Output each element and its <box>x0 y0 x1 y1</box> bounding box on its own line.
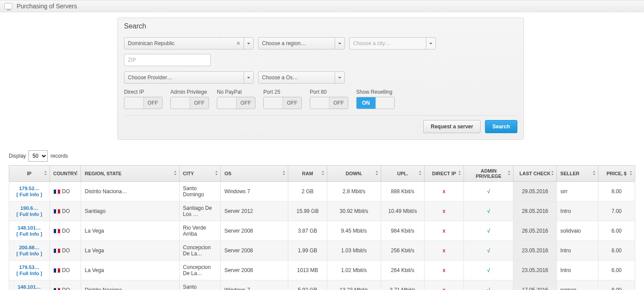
chevron-down-icon[interactable] <box>244 72 253 83</box>
cross-icon: x <box>442 287 446 290</box>
toggle-port-80: Port 80OFF <box>310 89 348 109</box>
column-label: Down. <box>346 171 362 176</box>
chevron-down-icon[interactable] <box>244 38 253 49</box>
full-info-link[interactable]: [ Full Info ] <box>16 231 42 237</box>
chevron-down-icon[interactable] <box>335 72 344 83</box>
sort-icon[interactable] <box>214 171 219 176</box>
down-cell: 2.8 Mbit/s <box>327 182 381 202</box>
full-info-link[interactable]: [ Full Info ] <box>16 251 42 256</box>
column-header[interactable]: Region, State <box>81 166 179 182</box>
column-header[interactable]: City <box>179 166 221 182</box>
toggle-state: OFF <box>329 97 348 109</box>
sort-icon[interactable] <box>173 171 177 176</box>
admin-cell: √ <box>464 182 513 202</box>
country-cell: DO <box>50 182 81 202</box>
os-select[interactable]: Choose a Os… <box>258 71 345 84</box>
full-info-link[interactable]: [ Full Info ] <box>16 271 42 276</box>
ip-cell: 179.52…[ Full Info ] <box>9 182 50 202</box>
chevron-down-icon[interactable] <box>335 38 344 49</box>
sort-icon[interactable] <box>43 171 48 176</box>
city-select[interactable]: Choose a city… <box>349 37 436 50</box>
down-cell: 9.45 Mbit/s <box>327 221 381 241</box>
sort-icon[interactable] <box>457 171 462 176</box>
upl-cell: 888 Kbit/s <box>381 182 425 202</box>
sort-icon[interactable] <box>321 171 325 176</box>
toggle-state: OFF <box>144 97 163 109</box>
display-label-suffix: records <box>50 153 68 159</box>
zip-input[interactable] <box>124 54 211 66</box>
toggle-no-paypal: No PayPalOFF <box>217 89 255 109</box>
toggle-row: Direct IPOFFAdmin PrivilegeOFFNo PayPalO… <box>124 89 517 109</box>
toggle-switch[interactable]: OFF <box>217 97 255 109</box>
city-cell: Rio Verde Arriba <box>179 221 221 241</box>
country-cell: DO <box>50 261 81 280</box>
down-cell: 1.03 Mbit/s <box>327 241 381 261</box>
table-header-row: IPCountryRegion, StateCityOSRAMDown.Upl.… <box>9 166 635 182</box>
toggle-knob <box>310 97 329 109</box>
sort-icon[interactable] <box>418 171 422 176</box>
column-header[interactable]: IP <box>9 166 50 182</box>
divider <box>124 115 517 116</box>
column-header[interactable]: Price, $ <box>598 166 635 182</box>
directip-cell: x <box>424 202 464 221</box>
upl-cell: 264 Kbit/s <box>381 261 425 280</box>
chevron-down-icon[interactable] <box>426 38 435 49</box>
provider-select[interactable]: Choose Provider… <box>124 71 254 84</box>
country-select[interactable]: Dominican Republic ✕ <box>124 37 254 50</box>
ip-link[interactable]: 148.101… <box>18 284 41 290</box>
cross-icon: x <box>442 267 446 273</box>
sort-icon[interactable] <box>507 171 511 176</box>
column-header[interactable]: Admin Privilege <box>464 166 513 182</box>
column-header[interactable]: Upl. <box>381 166 425 182</box>
sort-icon[interactable] <box>74 171 79 176</box>
search-button[interactable]: Search <box>485 120 517 133</box>
toggle-switch[interactable]: OFF <box>170 97 209 109</box>
admin-cell: √ <box>464 261 513 280</box>
clear-country-icon[interactable]: ✕ <box>234 38 243 49</box>
sort-icon[interactable] <box>375 171 379 176</box>
column-header[interactable]: Down. <box>327 166 381 182</box>
lastcheck-cell: 23.05.2016 <box>513 241 557 261</box>
records-per-page-select[interactable]: 50 <box>28 150 48 162</box>
toggle-state: ON <box>357 97 375 109</box>
region-select[interactable]: Choose a region… <box>258 37 345 50</box>
lastcheck-cell: 29.05.2016 <box>513 182 557 202</box>
ip-link[interactable]: 179.52… <box>19 186 39 191</box>
column-label: Seller <box>560 171 579 176</box>
lastcheck-cell: 17.05.2016 <box>513 280 557 290</box>
column-header[interactable]: Last Check <box>513 166 557 182</box>
column-label: Region, State <box>85 171 121 176</box>
check-icon: √ <box>487 228 490 234</box>
sort-icon[interactable] <box>629 171 633 176</box>
sort-icon[interactable] <box>550 171 555 176</box>
column-header[interactable]: OS <box>221 166 288 182</box>
ip-link[interactable]: 148.101… <box>18 225 41 230</box>
ip-link[interactable]: 179.53… <box>19 265 39 270</box>
region-cell: La Vega <box>81 221 179 241</box>
toggle-switch[interactable]: OFF <box>310 97 348 109</box>
column-label: Price, $ <box>606 171 626 176</box>
toggle-switch[interactable]: ON <box>356 97 395 109</box>
city-cell: Santiago De Los … <box>179 202 221 221</box>
sort-icon[interactable] <box>592 171 596 176</box>
column-header[interactable]: RAM <box>288 166 327 182</box>
seller-cell: sirr <box>557 182 598 202</box>
down-cell: 1.02 Mbit/s <box>327 261 381 280</box>
ip-link[interactable]: 200.88… <box>19 245 39 250</box>
full-info-link[interactable]: [ Full Info ] <box>16 212 42 217</box>
column-header[interactable]: Country <box>50 166 81 182</box>
toggle-switch[interactable]: OFF <box>263 97 302 109</box>
column-header[interactable]: Seller <box>557 166 598 182</box>
toggle-switch[interactable]: OFF <box>124 97 163 109</box>
sort-icon[interactable] <box>282 171 286 176</box>
country-code: DO <box>62 228 70 234</box>
city-cell: Concepcion De La… <box>179 241 221 261</box>
toggle-knob <box>375 97 395 109</box>
table-row: 200.88…[ Full Info ]DOLa VegaConcepcion … <box>9 241 635 261</box>
lastcheck-cell: 26.05.2016 <box>513 221 557 241</box>
request-server-button[interactable]: Request a server <box>423 120 481 133</box>
monitor-icon <box>4 3 12 9</box>
column-header[interactable]: Direct IP <box>424 166 464 182</box>
full-info-link[interactable]: [ Full Info ] <box>16 192 42 197</box>
ip-link[interactable]: 190.6… <box>21 205 38 211</box>
